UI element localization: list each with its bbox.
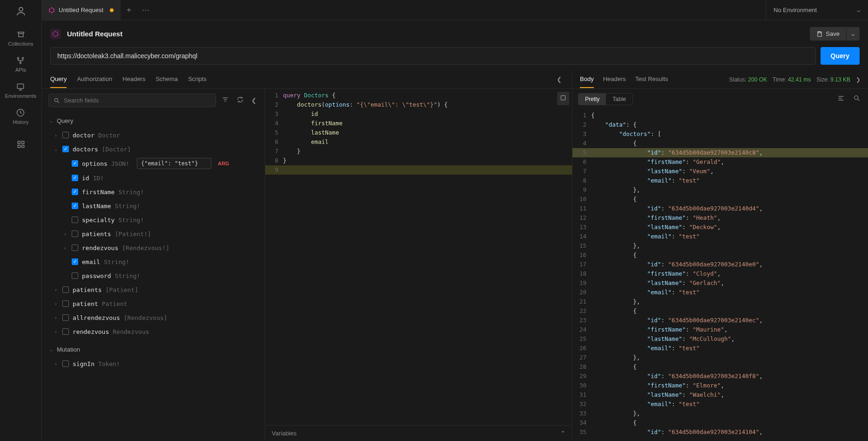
view-mode-pretty[interactable]: Pretty [579, 94, 606, 105]
request-tab-authorization[interactable]: Authorization [77, 71, 112, 88]
chevron-right-icon[interactable]: › [53, 361, 59, 366]
checkbox[interactable] [72, 160, 78, 167]
schema-search-input[interactable] [64, 97, 211, 104]
field-doctors[interactable]: ⌵doctors [Doctor] [42, 142, 265, 156]
rail-apps[interactable] [16, 135, 26, 154]
collapse-right-icon[interactable]: ❮ [555, 74, 564, 85]
checkbox[interactable] [72, 217, 78, 223]
checkbox[interactable] [72, 189, 78, 195]
code-line[interactable]: firstName [283, 119, 572, 128]
new-tab-button[interactable]: ＋ [121, 5, 137, 15]
response-body[interactable]: 1{2 "data": {3 "doctors": [4 {5 "id": "6… [572, 109, 868, 441]
svg-point-15 [49, 11, 50, 12]
line-number: 11 [572, 204, 591, 213]
arg-input[interactable] [137, 158, 211, 169]
chevron-right-icon[interactable]: ❯ [856, 76, 861, 83]
checkbox[interactable] [72, 244, 78, 251]
svg-point-2 [22, 57, 24, 59]
field-rendezvous[interactable]: ›rendezvous Rendezvous [42, 325, 265, 339]
request-tab-query[interactable]: Query [50, 71, 67, 88]
chevron-down-icon[interactable]: ⌵ [53, 147, 59, 152]
env-label: No Environment [774, 7, 817, 14]
checkbox[interactable] [72, 203, 78, 209]
code-line[interactable] [283, 165, 572, 175]
view-mode-table[interactable]: Table [606, 94, 632, 105]
query-button[interactable]: Query [821, 47, 860, 65]
field-patients[interactable]: ›patients [Patient] [42, 283, 265, 297]
checkbox[interactable] [62, 360, 69, 367]
checkbox[interactable] [72, 175, 78, 181]
url-input[interactable] [50, 47, 816, 65]
query-editor[interactable]: 1query Doctors {2 doctors(options: "{\"e… [265, 89, 572, 441]
schema-section-query[interactable]: ⌵ Query [42, 114, 265, 128]
chevron-right-icon[interactable]: › [53, 301, 59, 306]
checkbox[interactable] [62, 286, 69, 293]
editor-action-icon[interactable] [557, 92, 569, 105]
rail-history[interactable]: History [13, 103, 28, 129]
chevron-right-icon[interactable]: › [53, 287, 59, 292]
field-rendezvous[interactable]: ›rendezvous [Rendezvous!] [42, 241, 265, 255]
field-signIn[interactable]: ›signIn Token! [42, 357, 265, 371]
variables-bar[interactable]: Variables ⌃ [265, 425, 572, 441]
rail-collections[interactable]: Collections [8, 25, 34, 51]
refresh-icon[interactable] [235, 94, 246, 107]
chevron-right-icon[interactable]: › [53, 315, 59, 320]
field-lastName[interactable]: lastName String! [42, 199, 265, 213]
request-tab-headers[interactable]: Headers [122, 71, 145, 88]
line-number: 5 [572, 148, 591, 157]
checkbox[interactable] [62, 328, 69, 335]
checkbox[interactable] [62, 132, 69, 138]
checkbox[interactable] [62, 300, 69, 307]
save-dropdown[interactable]: ⌵ [846, 27, 860, 41]
collapse-left-icon[interactable]: ❮ [249, 95, 258, 106]
chevron-right-icon[interactable]: › [62, 245, 68, 251]
code-line[interactable]: } [283, 156, 572, 165]
response-tab-headers[interactable]: Headers [603, 71, 626, 88]
schema-search-box[interactable] [48, 94, 216, 107]
response-tab-body[interactable]: Body [580, 71, 594, 88]
chevron-right-icon[interactable]: › [62, 231, 68, 237]
code-line[interactable]: } [283, 147, 572, 156]
line-number: 29 [572, 372, 591, 381]
format-icon[interactable] [835, 93, 847, 105]
field-patients[interactable]: ›patients [Patient!] [42, 227, 265, 241]
chevron-right-icon[interactable]: › [53, 133, 59, 138]
code-line[interactable]: email [283, 137, 572, 147]
chevron-right-icon[interactable]: › [53, 329, 59, 334]
field-email[interactable]: email String! [42, 255, 265, 269]
field-password[interactable]: password String! [42, 269, 265, 283]
user-icon[interactable] [15, 6, 27, 17]
checkbox[interactable] [72, 272, 78, 279]
field-patient[interactable]: ›patient Patient [42, 297, 265, 311]
checkbox[interactable] [62, 146, 69, 152]
save-button[interactable]: Save [810, 27, 846, 41]
line-number: 13 [572, 223, 591, 232]
request-tab[interactable]: Untitled Request [42, 0, 121, 20]
field-id[interactable]: id ID! [42, 171, 265, 185]
checkbox[interactable] [62, 314, 69, 321]
tab-more-button[interactable]: ⋯ [137, 6, 154, 14]
request-tab-scripts[interactable]: Scripts [188, 71, 207, 88]
field-specialty[interactable]: specialty String! [42, 213, 265, 227]
code-line[interactable]: query Doctors { [283, 91, 572, 100]
response-tab-test-results[interactable]: Test Results [635, 71, 668, 88]
field-options[interactable]: options JSON!ARG [42, 156, 265, 171]
search-icon[interactable] [851, 93, 862, 105]
rail-apis[interactable]: APIs [15, 51, 26, 77]
rail-environments[interactable]: Environments [5, 77, 36, 103]
schema-section-mutation[interactable]: ⌵ Mutation [42, 342, 265, 357]
checkbox[interactable] [72, 258, 78, 265]
code-line[interactable]: doctors(options: "{\"email\": \"test\"}"… [283, 100, 572, 109]
request-tab-schema[interactable]: Schema [155, 71, 178, 88]
checkbox[interactable] [72, 231, 78, 237]
field-doctor[interactable]: ›doctor Doctor [42, 128, 265, 142]
filter-icon[interactable] [220, 94, 231, 107]
field-firstName[interactable]: firstName String! [42, 185, 265, 199]
code-line[interactable]: lastName [283, 128, 572, 137]
line-number: 31 [572, 390, 591, 400]
code-line[interactable]: id [283, 109, 572, 119]
request-body: ❮ ⌵ Query ›doctor Doctor⌵doctors [Doctor… [42, 89, 572, 441]
field-allrendezvous[interactable]: ›allrendezvous [Rendezvous] [42, 311, 265, 325]
line-number: 26 [572, 344, 591, 353]
environment-select[interactable]: No Environment ⌵ [766, 0, 868, 20]
